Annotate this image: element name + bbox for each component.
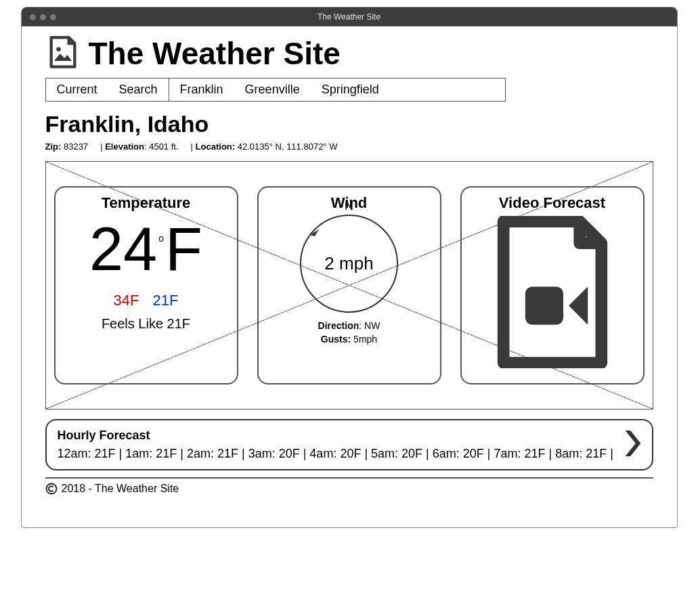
wind-arrow-icon (309, 229, 320, 243)
location-label: Location: (196, 141, 236, 152)
location-value: 42.0135° N, 111.8072° W (235, 141, 337, 152)
meta-sep1: | (88, 141, 105, 152)
temp-low: 21F (153, 292, 179, 309)
footer: 2018 - The Weather Site (45, 483, 653, 495)
content: The Weather Site Current Search Franklin… (22, 26, 677, 527)
nav-bar: Current Search Franklin Greenville Sprin… (45, 78, 506, 102)
svg-point-5 (46, 484, 56, 494)
svg-marker-4 (625, 431, 640, 456)
wind-gusts-value: 5mph (351, 334, 377, 345)
header: The Weather Site (45, 35, 653, 72)
wind-card: Wind N 2 mph Direction: NW Gusts: 5mph (257, 186, 441, 384)
video-forecast-card[interactable]: Video Forecast (460, 186, 645, 384)
video-title: Video Forecast (471, 194, 634, 212)
minimize-dot[interactable] (40, 14, 46, 20)
site-title: The Weather Site (89, 35, 341, 72)
svg-marker-1 (309, 229, 319, 236)
hourly-list: 12am: 21F | 1am: 21F | 2am: 21F | 3am: 2… (58, 447, 625, 461)
copyright-icon (45, 483, 58, 495)
wind-north-label: N (345, 199, 353, 213)
temperature-value: 24 o F (65, 215, 227, 280)
cards-row: Temperature 24 o F 34F 21F Feels Like 21… (54, 186, 645, 384)
nav-current[interactable]: Current (46, 79, 108, 101)
elevation-label: Elevation (105, 141, 144, 152)
meta-sep2: | (179, 141, 196, 152)
nav-group-primary: Current Search (46, 79, 169, 101)
degree-symbol: o (158, 234, 164, 243)
feels-like: Feels Like 21F (65, 316, 227, 332)
cards-placeholder: Temperature 24 o F 34F 21F Feels Like 21… (45, 161, 653, 410)
temperature-title: Temperature (65, 194, 227, 212)
wind-gusts-label: Gusts: (321, 334, 351, 345)
wind-dial: N 2 mph (300, 215, 398, 313)
video-file-icon (485, 359, 620, 370)
temp-number: 24 (89, 219, 157, 280)
close-dot[interactable] (30, 14, 36, 20)
chevron-right-icon[interactable] (625, 431, 641, 459)
svg-marker-3 (569, 286, 588, 324)
window-controls (30, 14, 56, 20)
location-meta: Zip: 83237 | Elevation: 4501 ft. | Locat… (45, 141, 653, 152)
wind-speed: 2 mph (324, 253, 373, 274)
temp-high: 34F (114, 292, 139, 309)
svg-point-0 (56, 47, 61, 51)
nav-franklin[interactable]: Franklin (169, 79, 234, 101)
page-title: Franklin, Idaho (45, 111, 653, 137)
window-title: The Weather Site (318, 12, 380, 22)
svg-rect-2 (525, 286, 563, 324)
image-icon (45, 35, 81, 72)
temp-unit: F (165, 219, 202, 280)
hourly-title: Hourly Forecast (58, 428, 625, 443)
zip-label: Zip: (45, 141, 62, 152)
hourly-content: Hourly Forecast 12am: 21F | 1am: 21F | 2… (58, 428, 625, 461)
zip-value: 83237 (61, 141, 88, 152)
temperature-card: Temperature 24 o F 34F 21F Feels Like 21… (54, 186, 238, 384)
wind-meta: Direction: NW Gusts: 5mph (268, 320, 431, 346)
wind-dir-label: Direction (318, 320, 359, 331)
nav-group-cities: Franklin Greenville Springfield (169, 79, 390, 101)
footer-divider (45, 477, 653, 479)
titlebar: The Weather Site (22, 7, 677, 26)
elevation-value: : 4501 ft. (144, 141, 179, 152)
app-window: The Weather Site The Weather Site Curren… (21, 7, 678, 528)
maximize-dot[interactable] (50, 14, 56, 20)
temp-highlow: 34F 21F (65, 292, 227, 309)
nav-greenville[interactable]: Greenville (234, 79, 311, 101)
hourly-forecast: Hourly Forecast 12am: 21F | 1am: 21F | 2… (45, 419, 653, 470)
nav-search[interactable]: Search (108, 79, 169, 101)
nav-springfield[interactable]: Springfield (311, 79, 390, 101)
footer-text: 2018 - The Weather Site (62, 483, 179, 495)
wind-dir-value: : NW (359, 320, 380, 331)
